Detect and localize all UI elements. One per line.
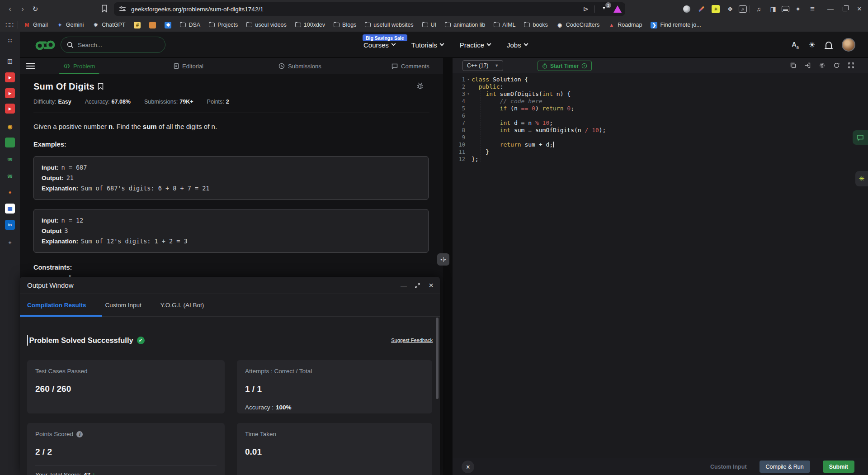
address-bar[interactable]: geeksforgeeks.org/problems/sum-of-digits… [114,2,625,16]
notifications-bell-icon[interactable] [826,42,832,48]
extension-globe-icon[interactable] [681,3,693,15]
output-tab-compilation-results[interactable]: Compilation Results [27,302,86,309]
language-select[interactable]: C++ (17) ▼ [462,60,503,71]
minimize-icon[interactable]: — [825,3,836,15]
tab-editorial[interactable]: Editorial [169,58,208,74]
starburst-extension-icon[interactable]: ✳ [710,3,722,15]
forward-icon[interactable]: › [17,4,28,14]
bookmark-item[interactable]: useul videos [246,22,287,28]
puzzle-icon[interactable]: ❖ [724,3,736,15]
close-icon[interactable]: × [429,280,434,290]
linkedin-icon[interactable]: in [5,220,15,230]
menu-hamburger-icon[interactable] [26,63,35,71]
chat-widget-icon[interactable] [853,130,868,145]
youtube-icon[interactable]: ▶ [5,104,15,114]
bookmark-item[interactable]: ❖ [165,22,171,28]
music-icon[interactable]: ♫ [753,3,764,15]
bookmark-item[interactable] [149,22,156,28]
back-icon[interactable]: ‹ [5,4,15,14]
reset-code-icon[interactable] [833,62,840,69]
site-settings-icon[interactable] [119,5,127,13]
scrollbar-thumb[interactable] [436,318,439,399]
reload-icon[interactable]: ↻ [30,4,41,14]
nav-courses[interactable]: Big Savings SaleCourses [363,32,395,58]
tab-submissions[interactable]: Submissions [274,58,326,74]
gfg-site-icon[interactable]: gg [5,154,15,164]
theme-sun-icon[interactable]: ☀ [809,40,816,50]
restore-icon[interactable] [839,3,851,15]
split-resize-handle[interactable]: ◂▸ [437,253,449,266]
code-editor[interactable]: 1▾class Solution {2 public:3▾ int sumOfD… [453,73,868,458]
site-search-input[interactable]: Search... [61,37,165,53]
bookmark-item[interactable]: ▲Roadmap [608,22,642,28]
starburst-widget-icon[interactable]: ✳ [855,171,868,186]
bookmark-item[interactable]: MGmail [24,22,48,28]
bookmark-item[interactable]: UI [422,22,437,28]
youtube-icon[interactable]: ▶ [5,88,15,98]
bookmark-item[interactable]: ✦Gemini [57,22,84,28]
bookmark-item[interactable]: 100xdev [295,22,325,28]
bookmark-item[interactable]: ❋ChatGPT [92,22,125,28]
bookmark-item[interactable]: # [134,22,141,28]
output-scrollbar[interactable] [436,318,439,474]
search-page-icon[interactable]: ⌕ [739,5,747,13]
panel-icon[interactable]: ◫ [5,56,15,66]
bookmark-label: AIML [502,22,515,28]
bookmark-item[interactable]: ◉CodeCrafters [557,22,599,28]
menu-icon[interactable]: ≡ [807,3,818,15]
add-tab-icon[interactable]: + [5,238,15,248]
output-tab-custom-input[interactable]: Custom Input [105,302,142,309]
bookmark-item[interactable]: Projects [209,22,238,28]
fullscreen-icon[interactable] [848,62,854,69]
copy-icon[interactable] [790,62,797,69]
tab-comments[interactable]: Comments [387,58,434,74]
output-tab-y-o-g-i-ai-bot-[interactable]: Y.O.G.I. (AI Bot) [160,302,204,309]
url-text[interactable]: geeksforgeeks.org/problems/sum-of-digits… [131,6,583,13]
avatar[interactable] [842,38,855,52]
youtube-icon[interactable]: ▶ [5,72,15,82]
expand-icon[interactable] [415,283,420,289]
wallet-icon[interactable]: ▬ [782,6,789,12]
bookmark-item[interactable]: books [524,22,547,28]
gfg-site-icon[interactable]: gg [5,171,15,180]
bookmark-item[interactable]: DSA [180,22,200,28]
compile-run-button[interactable]: Compile & Run [760,461,810,473]
close-icon[interactable]: × [854,3,865,15]
apps-grid-icon[interactable]: ∷∷ [5,21,13,29]
send-icon[interactable]: ⊳ [583,5,589,13]
nav-jobs[interactable]: Jobs [507,32,528,58]
bookmark-item[interactable]: Blogs [334,22,356,28]
workspaces-grid-icon[interactable]: ∷ [5,36,15,46]
start-timer-button[interactable]: Start Timer [538,61,592,71]
color-pen-icon[interactable] [695,3,707,15]
brave-shield-icon[interactable]: 3 [600,5,608,14]
bookmark-icon[interactable] [101,5,108,14]
settings-gear-icon[interactable] [819,62,826,69]
nav-tutorials[interactable]: Tutorials [411,32,443,58]
submit-button[interactable]: Submit [823,461,854,473]
gfg-logo-icon[interactable] [33,38,57,54]
save-bookmark-icon[interactable] [98,83,104,92]
brave-rewards-icon[interactable] [613,5,622,13]
flame-site-icon[interactable]: ♦ [5,187,15,197]
sidebar-icon[interactable]: ◨ [767,3,779,15]
sparkles-icon[interactable]: ✦ [792,3,804,15]
import-code-icon[interactable] [804,62,811,69]
bookmark-item[interactable]: usefull websites [365,22,413,28]
bookmark-item[interactable]: ❯Find remote jo... [651,22,701,28]
custom-input-button[interactable]: Custom Input [710,464,747,470]
bookmark-item[interactable]: AIML [494,22,515,28]
grid-site-icon[interactable]: ▦ [5,204,15,214]
accessibility-theme-button[interactable]: ☀ [462,461,474,473]
output-window-header[interactable]: Output Window — × [20,277,440,294]
info-icon[interactable]: i [76,431,83,437]
green-site-icon[interactable] [5,138,15,147]
suggest-feedback-link[interactable]: Suggest Feedback [391,337,433,343]
coin-site-icon[interactable]: ◉ [5,122,15,132]
nav-practice[interactable]: Practice [460,32,491,58]
minimize-icon[interactable]: — [401,282,406,289]
bookmark-item[interactable]: animation lib [445,22,485,28]
report-bug-icon[interactable] [416,82,424,91]
translate-icon[interactable]: Aa̲ [792,41,799,49]
tab-problem[interactable]: Problem [59,58,99,74]
